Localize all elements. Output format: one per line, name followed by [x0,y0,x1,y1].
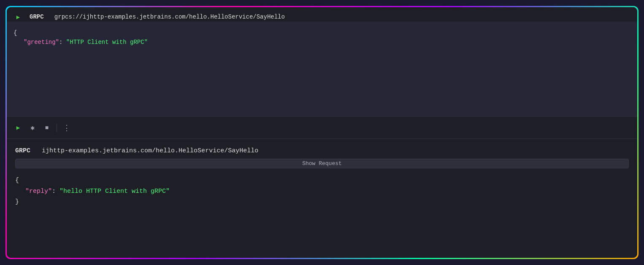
run-button-top[interactable] [14,12,23,22]
response-url-path: ijhttp-examples.jetbrains.com/hello.Hell… [42,147,258,154]
main-container: GRPC grpcs://ijhttp-examples.jetbrains.c… [7,7,637,258]
response-grpc-label: GRPC [15,147,30,154]
request-url-bar: GRPC grpcs://ijhttp-examples.jetbrains.c… [30,14,285,20]
request-header-row: GRPC grpcs://ijhttp-examples.jetbrains.c… [7,7,637,22]
response-toolbar [7,117,637,139]
response-url-bar: GRPC ijhttp-examples.jetbrains.com/hello… [15,147,629,154]
request-editor-panel: GRPC grpcs://ijhttp-examples.jetbrains.c… [7,7,637,117]
show-request-button[interactable]: Show Request [15,159,629,168]
request-url-path: grpcs://ijhttp-examples.jetbrains.com/he… [54,14,285,20]
request-key-line: "greeting": "HTTP Client with gRPC" [14,38,630,47]
response-code-block: { "reply": "hello HTTP Client with gRPC"… [15,175,629,208]
request-body-container: { "greeting": "HTTP Client with gRPC" [7,22,637,116]
toolbar-divider [57,124,57,132]
debug-button[interactable] [28,123,37,132]
response-open-brace: { [15,175,629,186]
request-url-text [47,14,51,20]
response-close-brace: } [15,197,629,208]
more-options-button[interactable] [62,123,71,132]
request-open-brace: { [14,28,630,38]
run-button-toolbar[interactable] [14,123,23,132]
stop-button[interactable] [42,123,51,132]
app-window: GRPC grpcs://ijhttp-examples.jetbrains.c… [5,6,639,259]
grpc-protocol-label: GRPC [30,14,44,20]
response-url-text [34,147,38,154]
response-key-line: "reply": "hello HTTP Client with gRPC" [15,186,629,197]
request-code-block: { "greeting": "HTTP Client with gRPC" [14,22,630,54]
response-panel: GRPC ijhttp-examples.jetbrains.com/hello… [7,139,637,258]
